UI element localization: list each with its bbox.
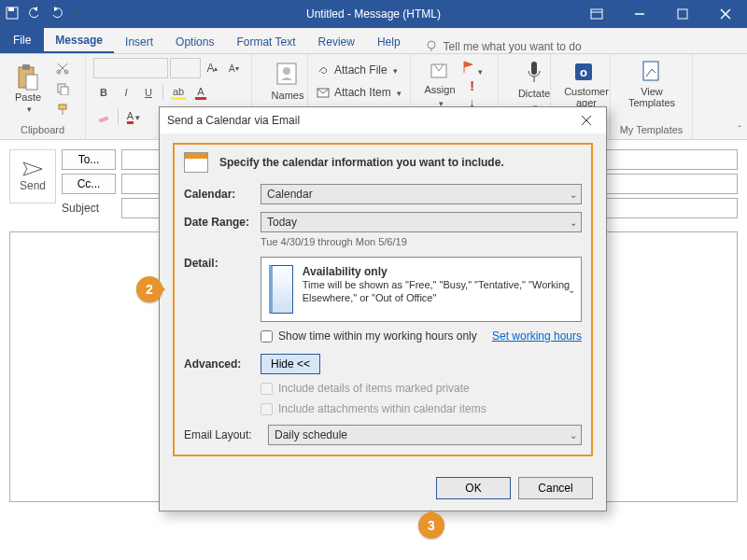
send-button[interactable]: Send — [9, 149, 56, 203]
clipboard-icon — [16, 63, 40, 91]
underline-button[interactable]: U — [138, 82, 159, 103]
send-calendar-dialog: Send a Calendar via Email Specify the ca… — [159, 106, 607, 511]
email-layout-combo[interactable]: Daily schedule⌄ — [268, 425, 582, 445]
view-templates-button[interactable]: ViewTemplates — [618, 58, 685, 119]
send-icon — [21, 161, 44, 177]
hide-advanced-button[interactable]: Hide << — [261, 354, 320, 374]
font-color-dropdown-icon[interactable]: A — [123, 106, 144, 127]
include-private-label: Include details of items marked private — [278, 382, 470, 395]
ribbon-tabs: File Message Insert Options Format Text … — [0, 28, 747, 54]
address-book-icon — [274, 60, 302, 88]
paperclip-icon — [316, 63, 331, 77]
svg-rect-5 — [678, 9, 687, 19]
svg-rect-2 — [591, 9, 602, 19]
daterange-label: Date Range: — [184, 216, 261, 229]
attach-item-button[interactable]: Attach Item — [316, 82, 402, 103]
daterange-note: Tue 4/30/19 through Mon 5/6/19 — [261, 236, 582, 247]
font-family-combo[interactable] — [93, 58, 168, 78]
dialog-highlight-region: Specify the calendar information you wan… — [173, 143, 593, 456]
daterange-combo[interactable]: Today⌄ — [261, 212, 582, 232]
email-layout-label: Email Layout: — [184, 428, 268, 441]
clear-formatting-icon[interactable] — [93, 106, 114, 127]
cut-icon[interactable] — [52, 59, 73, 77]
svg-text:o: o — [580, 65, 587, 79]
set-working-hours-link[interactable]: Set working hours — [492, 329, 582, 343]
working-hours-label: Show time within my working hours only — [278, 329, 477, 343]
dialog-title: Send a Calendar via Email — [167, 114, 300, 127]
ok-button[interactable]: OK — [436, 477, 511, 499]
assign-icon — [429, 60, 451, 82]
highlight-color-icon[interactable]: ab — [168, 82, 189, 103]
template-icon — [640, 60, 664, 84]
subject-label: Subject — [62, 202, 116, 215]
calendar-combo[interactable]: Calendar⌄ — [261, 184, 582, 204]
calendar-label: Calendar: — [184, 188, 261, 201]
working-hours-checkbox[interactable] — [261, 330, 273, 343]
svg-point-21 — [283, 67, 290, 75]
group-label-mytemplates: My Templates — [618, 124, 684, 137]
svg-rect-1 — [8, 7, 14, 11]
window-titlebar: Untitled - Message (HTML) — [0, 0, 747, 28]
availability-swatch-icon — [269, 265, 293, 314]
svg-rect-19 — [99, 116, 109, 122]
advanced-label: Advanced: — [184, 357, 261, 371]
svg-rect-16 — [61, 87, 68, 95]
paste-button[interactable]: Paste — [7, 58, 49, 119]
tab-review[interactable]: Review — [307, 30, 366, 53]
svg-rect-17 — [59, 105, 66, 109]
shrink-font-icon[interactable]: A▾ — [224, 58, 244, 78]
dialog-close-icon[interactable] — [574, 110, 599, 131]
detail-label: Detail: — [184, 257, 261, 270]
grow-font-icon[interactable]: A▴ — [203, 58, 222, 78]
microphone-icon — [523, 60, 545, 86]
save-icon[interactable] — [6, 7, 19, 22]
bold-button[interactable]: B — [93, 82, 114, 103]
detail-title: Availability only — [303, 265, 573, 278]
group-label-clipboard: Clipboard — [7, 124, 78, 137]
svg-rect-24 — [531, 62, 537, 75]
detail-description: Time will be shown as "Free," "Busy," "T… — [303, 278, 573, 304]
svg-point-8 — [428, 41, 435, 49]
minimize-icon[interactable] — [618, 0, 661, 28]
maximize-icon[interactable] — [661, 0, 704, 28]
cancel-button[interactable]: Cancel — [518, 477, 593, 499]
tab-insert[interactable]: Insert — [114, 30, 164, 53]
tab-format-text[interactable]: Format Text — [225, 30, 306, 53]
callout-2: 2 — [136, 276, 162, 302]
callout-3: 3 — [418, 512, 444, 539]
svg-rect-12 — [26, 75, 37, 90]
attach-item-icon — [316, 85, 331, 100]
copy-icon[interactable] — [52, 79, 73, 98]
dialog-instruction: Specify the calendar information you wan… — [219, 156, 504, 169]
tab-file[interactable]: File — [0, 27, 44, 53]
font-size-combo[interactable] — [170, 58, 201, 78]
undo-icon[interactable] — [28, 7, 41, 22]
high-importance-icon[interactable]: ! — [461, 78, 483, 93]
include-private-checkbox — [261, 383, 273, 395]
format-painter-icon[interactable] — [52, 100, 73, 119]
include-attachments-label: Include attachments within calendar item… — [278, 402, 486, 415]
detail-combo[interactable]: Availability only Time will be shown as … — [261, 257, 582, 322]
tab-help[interactable]: Help — [366, 30, 412, 53]
italic-button[interactable]: I — [116, 82, 136, 103]
tell-me-search[interactable]: Tell me what you want to do — [412, 40, 582, 53]
follow-up-flag-icon[interactable] — [461, 60, 483, 77]
collapse-ribbon-icon[interactable]: ˆ — [738, 124, 741, 135]
ribbon-display-icon[interactable] — [575, 0, 618, 28]
lightbulb-icon — [425, 40, 438, 53]
attach-file-button[interactable]: Attach File — [316, 60, 402, 80]
close-icon[interactable] — [704, 0, 747, 28]
cc-button[interactable]: Cc... — [62, 174, 116, 194]
tab-message[interactable]: Message — [44, 28, 114, 53]
font-color-icon[interactable]: A — [190, 82, 211, 103]
redo-icon[interactable] — [50, 7, 63, 22]
to-button[interactable]: To... — [62, 149, 116, 170]
qat-dropdown-icon[interactable] — [73, 7, 79, 21]
outlook-icon: o — [573, 60, 599, 84]
svg-rect-11 — [22, 64, 30, 70]
include-attachments-checkbox — [261, 403, 273, 415]
tab-options[interactable]: Options — [164, 30, 225, 53]
calendar-icon — [184, 152, 208, 173]
